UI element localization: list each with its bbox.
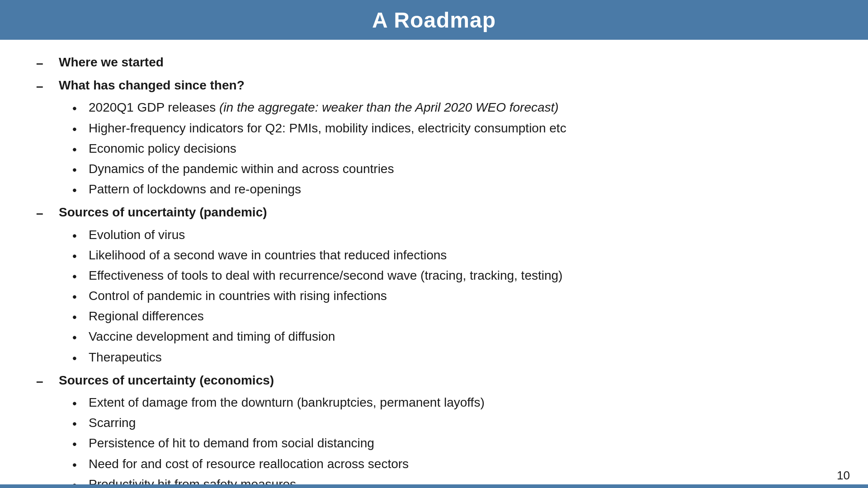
bullet-list-3: • Evolution of virus • Likelihood of a s…	[72, 226, 832, 367]
bullet-symbol: •	[72, 119, 89, 138]
bullet-symbol: •	[72, 287, 89, 305]
bullet-text-damage: Extent of damage from the downturn (bank…	[89, 394, 485, 411]
bullet-text-dynamics: Dynamics of the pandemic within and acro…	[89, 160, 394, 178]
bullet-item-scarring: • Scarring	[72, 414, 832, 432]
dash-label-4: Sources of uncertainty (economics)	[59, 371, 274, 389]
dash-item-1: – Where we started	[36, 53, 832, 72]
bullet-list-2: • 2020Q1 GDP releases (in the aggregate:…	[72, 99, 832, 199]
bullet-item-hf: • Higher-frequency indicators for Q2: PM…	[72, 119, 832, 138]
bullet-item-virus: • Evolution of virus	[72, 226, 832, 244]
bullet-symbol: •	[72, 246, 89, 265]
dash-item-2: – What has changed since then?	[36, 76, 832, 95]
bullet-item-dynamics: • Dynamics of the pandemic within and ac…	[72, 160, 832, 178]
bullet-symbol: •	[72, 140, 89, 158]
bullet-text-effectiveness: Effectiveness of tools to deal with recu…	[89, 267, 562, 284]
bullet-item-second-wave: • Likelihood of a second wave in countri…	[72, 246, 832, 265]
bullet-text-lockdowns: Pattern of lockdowns and re-openings	[89, 180, 301, 198]
bullet-item-persistence: • Persistence of hit to demand from soci…	[72, 434, 832, 453]
bottom-bar	[0, 484, 868, 488]
bullet-symbol: •	[72, 180, 89, 199]
dash-symbol-3: –	[36, 203, 59, 222]
bullet-symbol: •	[72, 394, 89, 412]
bullet-text-gdp: 2020Q1 GDP releases (in the aggregate: w…	[89, 99, 559, 116]
bullet-text-hf: Higher-frequency indicators for Q2: PMIs…	[89, 119, 566, 137]
bullet-item-resource: • Need for and cost of resource realloca…	[72, 455, 832, 474]
bullet-symbol: •	[72, 348, 89, 367]
bullet-item-gdp: • 2020Q1 GDP releases (in the aggregate:…	[72, 99, 832, 117]
bullet-symbol: •	[72, 226, 89, 244]
bullet-item-regional: • Regional differences	[72, 307, 832, 326]
bullet-text-regional: Regional differences	[89, 307, 204, 325]
dash-symbol-1: –	[36, 53, 59, 72]
bullet-symbol: •	[72, 455, 89, 474]
dash-symbol-4: –	[36, 371, 59, 390]
bullet-text-resource: Need for and cost of resource reallocati…	[89, 455, 409, 473]
bullet-symbol: •	[72, 267, 89, 285]
bullet-symbol: •	[72, 307, 89, 326]
bullet-list-4: • Extent of damage from the downturn (ba…	[72, 394, 832, 488]
bullet-text-policy: Economic policy decisions	[89, 140, 236, 157]
bullet-item-damage: • Extent of damage from the downturn (ba…	[72, 394, 832, 412]
page-number: 10	[837, 469, 850, 483]
bullet-item-vaccine: • Vaccine development and timing of diff…	[72, 328, 832, 346]
bullet-text-virus: Evolution of virus	[89, 226, 185, 244]
bullet-symbol: •	[72, 328, 89, 346]
section-where-started: – Where we started	[36, 53, 832, 72]
slide-header: A Roadmap	[0, 0, 868, 40]
bullet-text-scarring: Scarring	[89, 414, 136, 432]
bullet-symbol: •	[72, 434, 89, 453]
dash-label-1: Where we started	[59, 53, 164, 71]
bullet-text-control: Control of pandemic in countries with ri…	[89, 287, 387, 305]
bullet-text-vaccine: Vaccine development and timing of diffus…	[89, 328, 335, 345]
dash-label-2: What has changed since then?	[59, 76, 245, 94]
header-title: A Roadmap	[372, 8, 496, 33]
bullet-item-therapeutics: • Therapeutics	[72, 348, 832, 367]
section-uncertainty-economics: – Sources of uncertainty (economics) • E…	[36, 371, 832, 488]
dash-item-3: – Sources of uncertainty (pandemic)	[36, 203, 832, 222]
bullet-item-control: • Control of pandemic in countries with …	[72, 287, 832, 305]
bullet-item-policy: • Economic policy decisions	[72, 140, 832, 158]
bullet-text-second-wave: Likelihood of a second wave in countries…	[89, 246, 447, 264]
bullet-text-persistence: Persistence of hit to demand from social…	[89, 434, 374, 452]
bullet-item-effectiveness: • Effectiveness of tools to deal with re…	[72, 267, 832, 285]
dash-item-4: – Sources of uncertainty (economics)	[36, 371, 832, 390]
bullet-symbol: •	[72, 99, 89, 117]
bullet-item-lockdowns: • Pattern of lockdowns and re-openings	[72, 180, 832, 199]
bullet-symbol: •	[72, 414, 89, 432]
section-uncertainty-pandemic: – Sources of uncertainty (pandemic) • Ev…	[36, 203, 832, 367]
dash-label-3: Sources of uncertainty (pandemic)	[59, 203, 267, 221]
dash-symbol-2: –	[36, 76, 59, 95]
section-what-changed: – What has changed since then? • 2020Q1 …	[36, 76, 832, 199]
slide-content: – Where we started – What has changed si…	[0, 40, 868, 488]
italic-text-gdp: (in the aggregate: weaker than the April…	[219, 100, 559, 114]
bullet-symbol: •	[72, 160, 89, 178]
bullet-text-therapeutics: Therapeutics	[89, 348, 162, 366]
